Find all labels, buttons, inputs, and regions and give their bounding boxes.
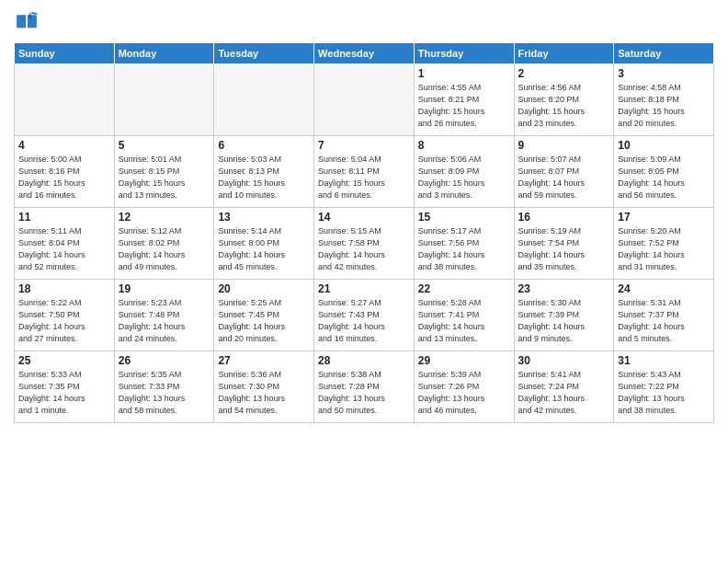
- calendar-cell: 28Sunrise: 5:38 AM Sunset: 7:28 PM Dayli…: [314, 351, 415, 423]
- header-area: [14, 9, 714, 35]
- day-header-wednesday: Wednesday: [314, 43, 415, 64]
- calendar-week-2: 11Sunrise: 5:11 AM Sunset: 8:04 PM Dayli…: [15, 208, 714, 280]
- calendar-cell: 6Sunrise: 5:03 AM Sunset: 8:13 PM Daylig…: [214, 136, 314, 208]
- calendar-cell: 23Sunrise: 5:30 AM Sunset: 7:39 PM Dayli…: [514, 280, 614, 351]
- calendar-cell: 20Sunrise: 5:25 AM Sunset: 7:45 PM Dayli…: [214, 280, 314, 351]
- calendar-cell: 30Sunrise: 5:41 AM Sunset: 7:24 PM Dayli…: [514, 351, 614, 423]
- day-number: 25: [18, 354, 110, 367]
- day-header-thursday: Thursday: [414, 43, 514, 64]
- day-number: 1: [418, 67, 510, 80]
- day-number: 3: [618, 67, 710, 80]
- day-info: Sunrise: 5:41 AM Sunset: 7:24 PM Dayligh…: [518, 369, 610, 417]
- day-info: Sunrise: 5:03 AM Sunset: 8:13 PM Dayligh…: [218, 154, 310, 201]
- calendar-cell: 12Sunrise: 5:12 AM Sunset: 8:02 PM Dayli…: [114, 208, 214, 280]
- calendar-cell: 18Sunrise: 5:22 AM Sunset: 7:50 PM Dayli…: [15, 280, 115, 351]
- day-number: 12: [119, 211, 210, 224]
- calendar-cell: 9Sunrise: 5:07 AM Sunset: 8:07 PM Daylig…: [514, 136, 614, 208]
- day-number: 18: [18, 282, 110, 295]
- calendar-cell: 16Sunrise: 5:19 AM Sunset: 7:54 PM Dayli…: [514, 208, 614, 280]
- day-number: 7: [318, 139, 410, 152]
- day-number: 6: [218, 139, 310, 152]
- calendar-cell: 19Sunrise: 5:23 AM Sunset: 7:48 PM Dayli…: [114, 280, 214, 351]
- day-info: Sunrise: 5:23 AM Sunset: 7:48 PM Dayligh…: [119, 297, 210, 345]
- logo-icon: [14, 9, 40, 35]
- day-number: 9: [518, 139, 610, 152]
- day-info: Sunrise: 5:15 AM Sunset: 7:58 PM Dayligh…: [318, 225, 410, 273]
- calendar-cell: 13Sunrise: 5:14 AM Sunset: 8:00 PM Dayli…: [214, 208, 314, 280]
- calendar-week-3: 18Sunrise: 5:22 AM Sunset: 7:50 PM Dayli…: [15, 280, 714, 351]
- day-header-monday: Monday: [114, 43, 214, 64]
- day-number: 11: [18, 211, 110, 224]
- day-number: 4: [18, 139, 110, 152]
- calendar-cell: 3Sunrise: 4:58 AM Sunset: 8:18 PM Daylig…: [614, 64, 714, 136]
- calendar-week-1: 4Sunrise: 5:00 AM Sunset: 8:16 PM Daylig…: [15, 136, 714, 208]
- calendar-cell: 22Sunrise: 5:28 AM Sunset: 7:41 PM Dayli…: [414, 280, 514, 351]
- calendar-cell: 29Sunrise: 5:39 AM Sunset: 7:26 PM Dayli…: [414, 351, 514, 423]
- day-number: 27: [218, 354, 310, 367]
- day-info: Sunrise: 5:06 AM Sunset: 8:09 PM Dayligh…: [418, 154, 510, 201]
- calendar-table: SundayMondayTuesdayWednesdayThursdayFrid…: [14, 42, 714, 423]
- day-info: Sunrise: 5:38 AM Sunset: 7:28 PM Dayligh…: [318, 369, 410, 417]
- calendar-cell: 2Sunrise: 4:56 AM Sunset: 8:20 PM Daylig…: [514, 64, 614, 136]
- calendar-cell: 11Sunrise: 5:11 AM Sunset: 8:04 PM Dayli…: [15, 208, 115, 280]
- calendar-cell: 26Sunrise: 5:35 AM Sunset: 7:33 PM Dayli…: [114, 351, 214, 423]
- calendar-cell: [314, 64, 415, 136]
- calendar-cell: 14Sunrise: 5:15 AM Sunset: 7:58 PM Dayli…: [314, 208, 415, 280]
- day-info: Sunrise: 5:22 AM Sunset: 7:50 PM Dayligh…: [18, 297, 110, 345]
- day-info: Sunrise: 5:20 AM Sunset: 7:52 PM Dayligh…: [618, 225, 710, 273]
- day-number: 28: [318, 354, 410, 367]
- day-number: 20: [218, 282, 310, 295]
- day-number: 15: [418, 211, 510, 224]
- svg-rect-1: [17, 15, 26, 28]
- calendar-cell: 24Sunrise: 5:31 AM Sunset: 7:37 PM Dayli…: [614, 280, 714, 351]
- day-number: 24: [618, 282, 710, 295]
- day-number: 22: [418, 282, 510, 295]
- day-info: Sunrise: 5:19 AM Sunset: 7:54 PM Dayligh…: [518, 225, 610, 273]
- calendar-cell: 17Sunrise: 5:20 AM Sunset: 7:52 PM Dayli…: [614, 208, 714, 280]
- day-number: 16: [518, 211, 610, 224]
- calendar-cell: 4Sunrise: 5:00 AM Sunset: 8:16 PM Daylig…: [15, 136, 115, 208]
- day-number: 31: [618, 354, 710, 367]
- day-info: Sunrise: 5:43 AM Sunset: 7:22 PM Dayligh…: [618, 369, 710, 417]
- day-info: Sunrise: 5:25 AM Sunset: 7:45 PM Dayligh…: [218, 297, 310, 345]
- day-info: Sunrise: 5:11 AM Sunset: 8:04 PM Dayligh…: [18, 225, 110, 273]
- calendar-cell: [15, 64, 115, 136]
- day-number: 5: [119, 139, 210, 152]
- calendar-week-0: 1Sunrise: 4:55 AM Sunset: 8:21 PM Daylig…: [15, 64, 714, 136]
- day-info: Sunrise: 5:35 AM Sunset: 7:33 PM Dayligh…: [119, 369, 210, 417]
- day-number: 30: [518, 354, 610, 367]
- calendar-cell: 15Sunrise: 5:17 AM Sunset: 7:56 PM Dayli…: [414, 208, 514, 280]
- day-info: Sunrise: 5:14 AM Sunset: 8:00 PM Dayligh…: [218, 225, 310, 273]
- page: SundayMondayTuesdayWednesdayThursdayFrid…: [0, 0, 728, 563]
- day-number: 26: [119, 354, 210, 367]
- day-info: Sunrise: 4:58 AM Sunset: 8:18 PM Dayligh…: [618, 82, 710, 130]
- day-info: Sunrise: 5:12 AM Sunset: 8:02 PM Dayligh…: [119, 225, 210, 273]
- calendar-cell: 21Sunrise: 5:27 AM Sunset: 7:43 PM Dayli…: [314, 280, 415, 351]
- day-info: Sunrise: 5:00 AM Sunset: 8:16 PM Dayligh…: [18, 154, 110, 201]
- day-info: Sunrise: 5:36 AM Sunset: 7:30 PM Dayligh…: [218, 369, 310, 417]
- day-info: Sunrise: 5:28 AM Sunset: 7:41 PM Dayligh…: [418, 297, 510, 345]
- day-number: 10: [618, 139, 710, 152]
- day-info: Sunrise: 5:31 AM Sunset: 7:37 PM Dayligh…: [618, 297, 710, 345]
- day-number: 17: [618, 211, 710, 224]
- day-header-tuesday: Tuesday: [214, 43, 314, 64]
- day-info: Sunrise: 5:07 AM Sunset: 8:07 PM Dayligh…: [518, 154, 610, 201]
- day-info: Sunrise: 4:55 AM Sunset: 8:21 PM Dayligh…: [418, 82, 510, 130]
- day-number: 19: [119, 282, 210, 295]
- day-header-sunday: Sunday: [15, 43, 115, 64]
- calendar-cell: 8Sunrise: 5:06 AM Sunset: 8:09 PM Daylig…: [414, 136, 514, 208]
- calendar-cell: [114, 64, 214, 136]
- calendar-cell: [214, 64, 314, 136]
- day-header-friday: Friday: [514, 43, 614, 64]
- day-info: Sunrise: 5:33 AM Sunset: 7:35 PM Dayligh…: [18, 369, 110, 417]
- day-number: 23: [518, 282, 610, 295]
- calendar-cell: 10Sunrise: 5:09 AM Sunset: 8:05 PM Dayli…: [614, 136, 714, 208]
- calendar-cell: 7Sunrise: 5:04 AM Sunset: 8:11 PM Daylig…: [314, 136, 415, 208]
- day-header-saturday: Saturday: [614, 43, 714, 64]
- day-info: Sunrise: 5:17 AM Sunset: 7:56 PM Dayligh…: [418, 225, 510, 273]
- svg-rect-2: [28, 15, 37, 28]
- day-info: Sunrise: 5:04 AM Sunset: 8:11 PM Dayligh…: [318, 154, 410, 201]
- day-number: 14: [318, 211, 410, 224]
- day-number: 29: [418, 354, 510, 367]
- calendar-cell: 1Sunrise: 4:55 AM Sunset: 8:21 PM Daylig…: [414, 64, 514, 136]
